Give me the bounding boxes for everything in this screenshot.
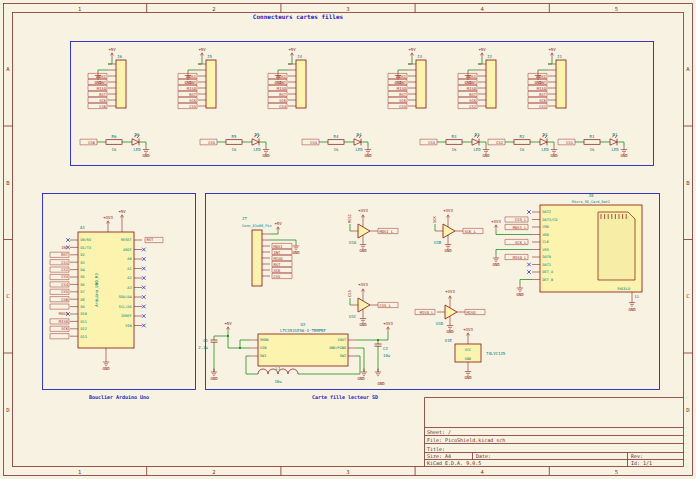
gnd-label: GND (444, 248, 452, 253)
output-net-label: CS5_L (380, 303, 392, 308)
gnd-symbol (375, 369, 381, 376)
arduino-right-pins (134, 240, 142, 326)
arduino-left-pins (70, 240, 78, 336)
resistor-ref: R1 (590, 134, 595, 139)
j8-net-label-boxes (505, 217, 528, 260)
no-connect-icon (142, 257, 146, 261)
j8-ref: J8 (589, 193, 594, 198)
frame-col: 5 (615, 469, 618, 475)
gnd-symbol (629, 299, 635, 306)
arduino-left-net-labels: INTRSTCS1CS2CS3CS4CS5CS6 MOSIMISOSCK (59, 245, 69, 331)
title-block-lines (425, 398, 684, 467)
daughter-connector-j2[interactable]: +5V GND J2 MOSIINTMISORSTSCKCS2 (458, 47, 496, 109)
buffer-gate-u1b[interactable]: SCK SCK_L U1B +3V3 GND (432, 208, 483, 254)
tb-rev: Rev: (631, 453, 643, 459)
led-value: LED (133, 147, 141, 152)
led-circuit-d4[interactable]: CS4 R4 1k D4 LED GND (302, 132, 372, 158)
junction (227, 335, 229, 337)
gnd-label: GND (262, 153, 270, 158)
frame-row: C (686, 293, 689, 299)
input-net-label: MISO_L (420, 310, 434, 315)
gnd-label: GND (142, 153, 150, 158)
led-circuit-d1[interactable]: CS1 R1 1k D1 LED GND (558, 132, 628, 158)
u1e-gnd-pin: GND (465, 357, 471, 361)
u2-value: LTC3531ES6-3-TRMPBF (280, 328, 326, 333)
cs-label: CS5 (208, 140, 215, 145)
arduino-value: Arduino_UNO_R3 (94, 273, 99, 307)
c2-ref: C2 (383, 346, 388, 351)
net-labels: MOSIINTMISORSTSCKCS4 (277, 74, 287, 109)
sd-card-socket-j8[interactable]: J8 Micro_SD_Card_Det2 DAT2DAT3/CDCMDVDDC… (491, 193, 642, 312)
pwr-label: +3V3 (445, 289, 455, 294)
frame-col: 3 (346, 469, 349, 475)
output-net-label: MISO (467, 310, 477, 315)
gnd-label: GND (516, 292, 524, 297)
arduino-shield[interactable]: A1 Arduino_UNO_R3 D0/RXD1/TXD2D3D4D5D6D7… (50, 209, 163, 372)
arduino-ref: A1 (80, 225, 85, 230)
gnd-label: GND (377, 381, 385, 386)
c1-value: 2.2u (198, 345, 208, 350)
daughter-connector-j3[interactable]: +5V GND J3 MOSIINTMISORSTSCKCS3 (388, 47, 426, 109)
no-connect-icon (142, 314, 146, 318)
schematic-canvas[interactable]: 1 2 3 4 5 1 2 3 4 5 A B C D A B C D Shee… (0, 0, 696, 479)
buffer-gate-u1d[interactable]: MISO_L MISO U1D +3V3 GND (415, 289, 485, 335)
ref-label: J4 (297, 54, 302, 59)
pwr-3v3-flag (467, 333, 470, 338)
led-value: LED (473, 147, 481, 152)
resistor-value: 1k (112, 147, 117, 152)
input-net-label: SCK (432, 215, 437, 223)
resistor-ref: R2 (520, 134, 525, 139)
junction (377, 339, 379, 341)
led-value: LED (541, 147, 549, 152)
no-connect-icon (142, 276, 146, 280)
daughter-connector-j6[interactable]: +5V GND J6 MOSIINTMISORSTSCKCS6 (88, 47, 126, 109)
buffer-gate-u1a[interactable]: MOSI MOSI_L U1A +3V3 GND (347, 208, 398, 254)
l1-value: 10u (274, 379, 282, 384)
power-flag-label: +5V (478, 47, 486, 52)
pwr-3v3-label: +3V3 (383, 321, 393, 326)
frame-col: 5 (615, 6, 618, 12)
daughter-connector-j4[interactable]: +5V GND J4 MOSIINTMISORSTSCKCS4 (268, 47, 306, 109)
led-circuit-d6[interactable]: CS6 R6 1k D6 LED GND (80, 132, 150, 158)
tb-sheet: Sheet: / (427, 429, 451, 435)
led-circuit-d3[interactable]: CS3 R3 1k D3 LED GND (420, 132, 490, 158)
gnd-label: GND (359, 322, 367, 327)
arduino-title: Bouclier Arduino Uno (89, 394, 149, 400)
no-connect-icon (142, 267, 146, 271)
power-flag-label: +5V (408, 47, 416, 52)
frame-col: 1 (78, 6, 81, 12)
power-unit-u1e[interactable]: VCC GND U1E 74LVC125 +3V3 GND (445, 327, 506, 381)
ref-label: J2 (487, 54, 492, 59)
j7-value: Conn_01x08_Pin (242, 224, 272, 228)
pwr-label: +3V3 (358, 208, 368, 213)
pwr-label: +3V3 (443, 208, 453, 213)
tb-date: Date: (476, 453, 491, 459)
led-ref: D2 (543, 132, 548, 137)
ref-label: J5 (207, 54, 212, 59)
reset-net-label: RST (147, 237, 155, 242)
led-circuit-d2[interactable]: CS2 R2 1k D2 LED GND (488, 132, 558, 158)
input-net-label: MOSI (347, 214, 352, 223)
capacitor-c1 (211, 340, 218, 342)
junction (239, 347, 241, 349)
no-connect-icon (66, 238, 70, 242)
j7-wires (270, 232, 296, 243)
ref-label: J1 (557, 54, 562, 59)
u1e-value: 74LVC125 (486, 351, 506, 356)
cs-label: CS3 (428, 140, 435, 145)
cs-label: CS4 (310, 140, 318, 145)
connector-j7[interactable]: J7 Conn_01x08_Pin MOSIINTMISORSTSCKCS5 +… (242, 216, 300, 286)
cs-label: CS1 (566, 140, 574, 145)
tb-size: Size: A4 (427, 453, 451, 459)
frame-row: D (6, 407, 9, 413)
gnd-label: GND (357, 376, 365, 381)
daughter-connector-j1[interactable]: +5V GND J1 MOSIINTMISORSTSCKCS1 (528, 47, 566, 109)
led-circuit-d5[interactable]: CS5 R5 1k D5 LED GND (200, 132, 270, 158)
daughter-connector-j5[interactable]: +5V GND J5 MOSIINTMISORSTSCKCS5 (178, 47, 216, 109)
power-flag-label: +5V (108, 47, 116, 52)
resistor-value: 1k (590, 147, 595, 152)
u1e-ref: U1E (445, 338, 453, 343)
tb-file: File: PicoShield.kicad_sch (427, 437, 505, 444)
frame-col: 2 (212, 469, 215, 475)
regulator-u2[interactable]: U2 LTC3531ES6-3-TRMPBF SHDNVINSW1 VOUTGN… (198, 321, 393, 387)
